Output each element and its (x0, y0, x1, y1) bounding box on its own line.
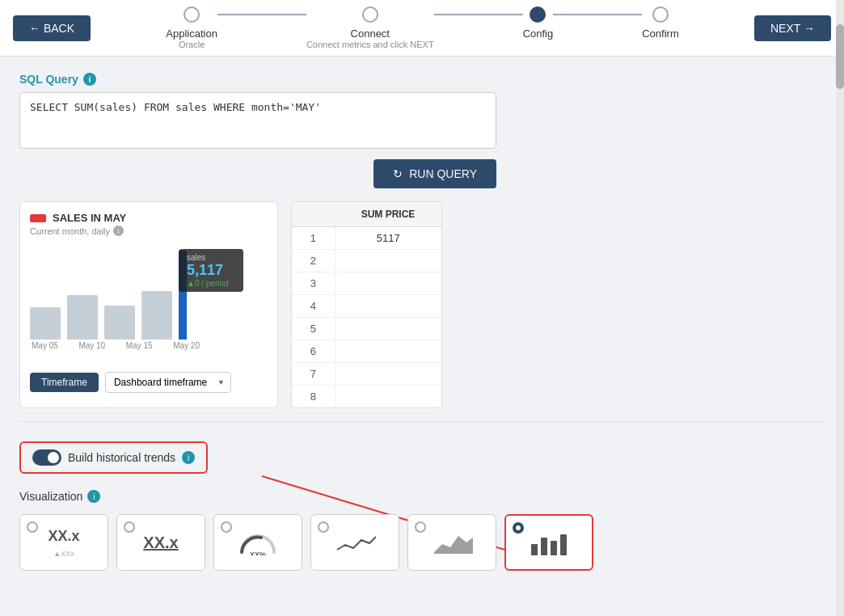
viz-option-numeric-large[interactable]: XX.x (116, 514, 205, 571)
chart-subtitle: Current month, daily i (30, 226, 268, 236)
svg-rect-3 (531, 544, 538, 555)
run-query-button[interactable]: ↻ RUN QUERY (373, 159, 496, 188)
run-query-row: ↻ RUN QUERY (19, 159, 496, 188)
step-dot-connect (362, 6, 378, 23)
viz-option-bar[interactable] (504, 514, 593, 571)
bar-4 (141, 291, 172, 340)
viz-radio-area[interactable] (415, 521, 426, 533)
scrollbar-thumb[interactable] (836, 24, 844, 89)
viz-option-numeric-small[interactable]: XX.x ▲XXx (19, 514, 108, 571)
step-line-3 (553, 14, 642, 15)
viz-radio-numeric-small[interactable] (27, 521, 38, 533)
row-num-2: 2 (292, 250, 335, 272)
back-button[interactable]: ← BACK (13, 15, 91, 41)
row-num-3: 3 (292, 272, 335, 295)
row-num-4: 4 (292, 295, 335, 318)
table-row: 3 (292, 272, 441, 295)
visualization-label: Visualization i (19, 490, 825, 503)
chart-title: SALES IN MAY (53, 212, 126, 224)
table-row: 6 (292, 340, 441, 363)
viz-radio-numeric-large[interactable] (124, 521, 135, 533)
step-label-application: Application (166, 27, 217, 40)
build-historical-label: Build historical trends (68, 451, 175, 464)
tooltip-label: sales (187, 253, 235, 262)
row-val-4 (335, 295, 441, 318)
bar-3 (104, 306, 135, 340)
step-line-1 (217, 14, 306, 15)
scrollbar-track[interactable] (836, 0, 844, 587)
visualization-info-icon[interactable]: i (87, 490, 100, 503)
timeframe-select[interactable]: Dashboard timeframe (105, 372, 231, 393)
step-config: Config (523, 6, 554, 40)
timeframe-button[interactable]: Timeframe (30, 373, 99, 392)
sql-query-label: SQL Query i (19, 73, 825, 86)
row-num-header (292, 202, 335, 227)
row-val-2 (335, 250, 441, 272)
row-val-1: 5117 (335, 227, 441, 250)
viz-icon-numeric-large: XX.x (143, 534, 178, 552)
row-num-6: 6 (292, 340, 335, 363)
x-label-3: May 15 (126, 341, 153, 350)
bar-1 (30, 307, 61, 340)
step-application: Application Oracle (166, 6, 217, 49)
viz-option-area[interactable] (407, 514, 496, 571)
chart-info-icon[interactable]: i (113, 226, 124, 236)
refresh-icon: ↻ (393, 167, 403, 180)
svg-rect-5 (551, 541, 557, 555)
build-historical-info-icon[interactable]: i (182, 451, 195, 464)
bar-2 (67, 295, 98, 340)
top-nav: ← BACK Application Oracle Connect Connec… (0, 0, 844, 57)
next-button[interactable]: NEXT → (754, 15, 831, 41)
viz-icon-gauge: XX% (238, 530, 277, 555)
table-row: 5 (292, 318, 441, 340)
row-val-8 (335, 386, 441, 408)
table-row: 8 (292, 386, 441, 408)
row-val-6 (335, 340, 441, 363)
tooltip-value: 5,117 (187, 262, 235, 279)
section-separator (19, 421, 825, 422)
chart-icon (30, 214, 46, 222)
viz-radio-sparkline[interactable] (318, 521, 329, 533)
svg-text:XX%: XX% (250, 551, 266, 555)
svg-marker-2 (434, 536, 473, 554)
table-row: 4 (292, 295, 441, 318)
row-val-5 (335, 318, 441, 340)
step-label-confirm: Confirm (642, 27, 679, 40)
viz-radio-gauge[interactable] (221, 521, 232, 533)
sql-info-icon[interactable]: i (83, 73, 96, 86)
build-historical-toggle[interactable] (32, 449, 61, 466)
chart-area: sales 5,117 ▲0 / period May 05 May 10 M (30, 243, 268, 364)
step-sub-application: Oracle (179, 40, 205, 49)
step-connect: Connect Connect metrics and click NEXT (306, 6, 434, 49)
stepper: Application Oracle Connect Connect metri… (166, 6, 678, 49)
data-table: SUM PRICE 1 5117 2 3 (291, 201, 442, 408)
step-dot-confirm (652, 6, 669, 23)
viz-option-sparkline[interactable] (310, 514, 399, 571)
step-line-2 (434, 14, 523, 15)
row-num-5: 5 (292, 318, 335, 340)
timeframe-row: Timeframe Dashboard timeframe (30, 372, 268, 393)
chart-card: SALES IN MAY Current month, daily i sale… (19, 201, 278, 408)
results-table: SUM PRICE 1 5117 2 3 (292, 202, 441, 407)
chart-table-section: SALES IN MAY Current month, daily i sale… (19, 201, 825, 408)
viz-icon-bar (528, 528, 570, 557)
sum-price-header: SUM PRICE (335, 202, 441, 227)
x-label-1: May 05 (32, 341, 58, 350)
chart-header: SALES IN MAY (30, 212, 268, 224)
timeframe-select-wrap[interactable]: Dashboard timeframe (105, 372, 231, 393)
step-label-config: Config (523, 27, 554, 40)
visualization-options: XX.x ▲XXx XX.x XX% (19, 514, 825, 571)
viz-option-gauge[interactable]: XX% (213, 514, 302, 571)
main-content: SQL Query i SELECT SUM(sales) FROM sales… (0, 57, 844, 587)
x-label-2: May 10 (78, 341, 105, 350)
viz-icon-sparkline (334, 530, 376, 555)
table-row: 7 (292, 363, 441, 386)
step-confirm: Confirm (642, 6, 679, 40)
row-num-1: 1 (292, 227, 335, 250)
x-labels: May 05 May 10 May 15 May 20 (30, 340, 200, 350)
viz-sub-numeric-small: ▲XXx (53, 550, 74, 558)
build-historical-toggle-box[interactable]: Build historical trends i (19, 441, 208, 474)
step-dot-config (530, 6, 546, 23)
sql-input[interactable]: SELECT SUM(sales) FROM sales WHERE month… (19, 92, 496, 149)
viz-radio-bar[interactable] (513, 522, 524, 534)
